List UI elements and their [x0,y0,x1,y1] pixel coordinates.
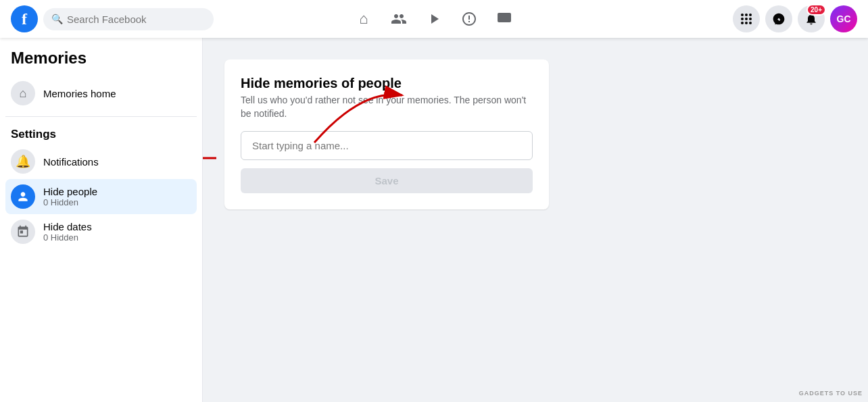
svg-rect-0 [498,13,511,22]
nav-left: f 🔍 [11,5,214,32]
svg-point-8 [745,22,748,24]
nav-right: 20+ GC [654,5,857,32]
hide-people-sub: 0 Hidden [43,197,97,207]
notifications-button[interactable]: 20+ [798,5,825,32]
friends-nav-button[interactable] [383,3,415,35]
svg-point-2 [745,14,748,16]
sidebar-item-memories-home[interactable]: ⌂ Memories home [5,76,197,111]
notifications-sidebar-icon: 🔔 [11,149,35,174]
hide-people-icon [11,184,35,209]
hide-people-card: Hide memories of people Tell us who you'… [224,59,549,209]
svg-point-7 [741,22,744,24]
svg-point-9 [749,22,752,24]
svg-point-5 [745,18,748,20]
home-nav-button[interactable]: ⌂ [347,3,380,35]
sidebar-item-hide-people[interactable]: Hide people 0 Hidden [5,179,197,214]
sidebar-divider [5,116,197,117]
search-icon: 🔍 [51,14,63,24]
messenger-button[interactable] [765,5,792,32]
svg-point-1 [741,14,744,16]
sidebar-item-notifications[interactable]: 🔔 Notifications [5,144,197,179]
main-content: Hide memories of people Tell us who you'… [203,38,868,402]
notification-badge: 20+ [806,4,826,16]
watch-nav-button[interactable] [418,3,450,35]
memories-home-label: Memories home [43,88,116,99]
marketplace-nav-button[interactable] [453,3,485,35]
notifications-label: Notifications [43,156,99,168]
gaming-nav-button[interactable] [488,3,521,35]
save-button[interactable]: Save [241,168,533,193]
card-title: Hide memories of people [241,76,533,91]
hide-people-label: Hide people [43,186,97,197]
arrow-2 [203,138,223,181]
top-navigation: f 🔍 ⌂ 20+ GC [0,0,868,38]
sidebar-item-hide-dates[interactable]: Hide dates 0 Hidden [5,214,197,249]
svg-point-4 [741,18,744,20]
home-icon: ⌂ [11,81,35,105]
hide-dates-icon [11,220,35,244]
apps-button[interactable] [733,5,760,32]
hide-dates-label: Hide dates [43,221,92,232]
settings-section-title: Settings [5,122,197,144]
sidebar: Memories ⌂ Memories home Settings 🔔 Noti… [0,38,203,402]
hide-dates-sub: 0 Hidden [43,232,92,243]
name-search-input[interactable] [241,131,533,160]
search-box[interactable]: 🔍 [43,8,214,30]
nav-center-icons: ⌂ [214,3,654,35]
svg-point-3 [749,14,752,16]
sidebar-title: Memories [5,49,197,76]
card-description: Tell us who you'd rather not see in your… [241,94,533,120]
avatar[interactable]: GC [830,5,857,32]
watermark: GADGETS TO USE [799,390,863,397]
facebook-logo[interactable]: f [11,5,38,32]
svg-point-6 [749,18,752,20]
main-layout: Memories ⌂ Memories home Settings 🔔 Noti… [0,38,868,402]
search-input[interactable] [67,14,206,25]
